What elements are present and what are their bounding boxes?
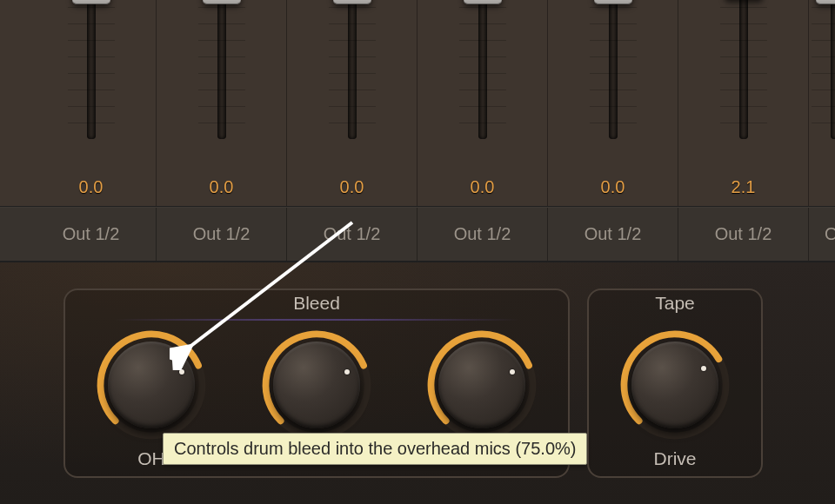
fader-cap-7[interactable] <box>816 0 835 4</box>
channel-6: 2.1 <box>678 0 809 206</box>
channel-6-output[interactable]: Out 1/2 <box>678 208 809 261</box>
fader-cap-2[interactable] <box>203 0 241 4</box>
fader-7[interactable] <box>831 0 835 139</box>
knob-drive-wrap: Drive <box>610 328 740 469</box>
channel-5-value: 0.0 <box>601 177 625 197</box>
channel-1-value: 0.0 <box>79 177 104 197</box>
channel-1-output[interactable]: Out 1/2 <box>26 208 157 261</box>
channel-2-output[interactable]: Out 1/2 <box>157 208 287 261</box>
channel-3: 0.0 <box>287 0 418 206</box>
channel-4: 0.0 <box>418 0 548 206</box>
channel-1: 0.0 <box>26 0 157 206</box>
output-row: Out 1/2 Out 1/2 Out 1/2 Out 1/2 Out 1/2 … <box>0 207 835 262</box>
channel-7-partial <box>809 0 835 206</box>
bleed-title: Bleed <box>86 293 547 319</box>
channel-5-output[interactable]: Out 1/2 <box>548 208 678 261</box>
channel-5: 0.0 <box>548 0 678 206</box>
channel-4-value: 0.0 <box>471 177 495 197</box>
fader-1[interactable] <box>87 0 96 139</box>
fader-3[interactable] <box>348 0 357 139</box>
fader-4[interactable] <box>478 0 487 139</box>
fader-cap-5[interactable] <box>594 0 632 4</box>
fader-cap-1[interactable] <box>72 0 110 4</box>
fader-2[interactable] <box>217 0 226 139</box>
knob-ambience[interactable] <box>260 328 373 441</box>
fader-cap-3[interactable] <box>333 0 371 4</box>
channel-7-output[interactable]: O <box>809 208 835 261</box>
knob-drive[interactable] <box>618 328 731 441</box>
tape-group: Tape Drive <box>587 288 763 478</box>
knob-drive-label: Drive <box>653 448 696 469</box>
channel-6-value: 2.1 <box>731 177 756 197</box>
channel-2: 0.0 <box>157 0 287 206</box>
tape-title: Tape <box>610 293 740 319</box>
channel-3-value: 0.0 <box>340 177 364 197</box>
channel-4-output[interactable]: Out 1/2 <box>418 208 548 261</box>
knob-oh[interactable] <box>95 328 208 441</box>
channel-2-value: 0.0 <box>210 177 234 197</box>
fader-5[interactable] <box>609 0 618 139</box>
fader-cap-4[interactable] <box>464 0 502 4</box>
tooltip: Controls drum bleed into the overhead mi… <box>163 433 587 465</box>
mixer-faders: 0.0 0.0 0.0 0.0 0.0 2.1 <box>0 0 835 207</box>
channel-3-output[interactable]: Out 1/2 <box>287 208 418 261</box>
fader-6[interactable] <box>739 0 748 139</box>
knob-crunch[interactable] <box>425 328 538 441</box>
knob-oh-label: OH <box>137 448 165 469</box>
